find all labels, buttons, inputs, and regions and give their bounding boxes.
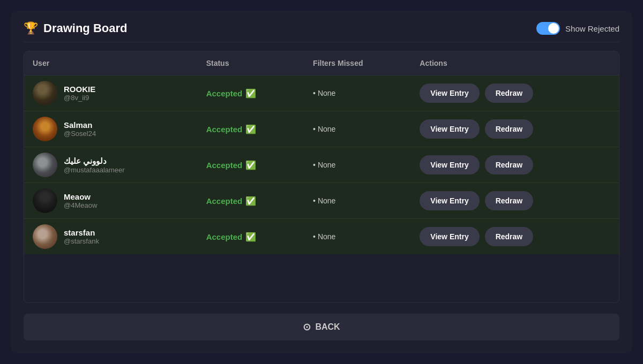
show-rejected-toggle[interactable] xyxy=(536,22,560,35)
view-entry-button-4[interactable]: View Entry xyxy=(420,227,479,246)
page-title: Drawing Board xyxy=(43,21,127,35)
actions-cell-3: View Entry Redraw xyxy=(411,183,619,219)
check-icon-0: ✅ xyxy=(245,88,256,98)
status-badge-2: Accepted ✅ xyxy=(206,160,296,170)
status-cell-4: Accepted ✅ xyxy=(198,219,304,255)
check-icon-2: ✅ xyxy=(245,160,256,170)
back-icon: ⊙ xyxy=(303,321,311,333)
user-cell-3: Meaow @4Meaow xyxy=(24,183,198,219)
filters-value-2: • None xyxy=(313,161,335,169)
check-icon-4: ✅ xyxy=(245,232,256,242)
view-entry-button-2[interactable]: View Entry xyxy=(420,155,479,175)
check-icon-3: ✅ xyxy=(245,196,256,206)
status-cell-3: Accepted ✅ xyxy=(198,183,304,219)
table-row: starsfan @starsfank Accepted ✅ • None Vi… xyxy=(24,219,619,255)
status-badge-1: Accepted ✅ xyxy=(206,124,296,134)
user-info-1: Salman @Sosel24 xyxy=(64,120,96,138)
redraw-button-3[interactable]: Redraw xyxy=(485,191,534,210)
actions-cell-1: View Entry Redraw xyxy=(411,111,619,147)
user-info-0: ROOKIE @8v_ii9 xyxy=(64,85,95,102)
status-cell-0: Accepted ✅ xyxy=(198,75,304,111)
view-entry-button-1[interactable]: View Entry xyxy=(420,119,479,139)
col-actions: Actions xyxy=(411,51,619,75)
actions-cell-0: View Entry Redraw xyxy=(411,75,619,111)
filters-value-4: • None xyxy=(313,232,335,241)
table-row: دلووني عليك @mustafaaalameer Accepted ✅ … xyxy=(24,147,619,183)
filters-value-0: • None xyxy=(313,89,335,97)
username-1: Salman xyxy=(64,120,96,130)
username-0: ROOKIE xyxy=(64,85,95,94)
status-cell-2: Accepted ✅ xyxy=(198,147,304,183)
handle-4: @starsfank xyxy=(64,237,99,245)
table-header-row: User Status Filters Missed Actions xyxy=(24,51,619,75)
table-row: Salman @Sosel24 Accepted ✅ • None View E… xyxy=(24,111,619,147)
status-cell-1: Accepted ✅ xyxy=(198,111,304,147)
user-info-3: Meaow @4Meaow xyxy=(64,192,97,209)
username-2: دلووني عليك xyxy=(64,156,125,166)
col-status: Status xyxy=(198,51,304,75)
app-container: 🏆 Drawing Board Show Rejected User Statu… xyxy=(11,11,632,353)
toggle-knob xyxy=(548,23,559,34)
handle-0: @8v_ii9 xyxy=(64,94,95,102)
filters-cell-0: • None xyxy=(304,75,411,111)
actions-cell-4: View Entry Redraw xyxy=(411,219,619,255)
username-4: starsfan xyxy=(64,228,99,237)
user-info-2: دلووني عليك @mustafaaalameer xyxy=(64,156,125,174)
col-filters-missed: Filters Missed xyxy=(304,51,411,75)
table-row: Meaow @4Meaow Accepted ✅ • None View Ent… xyxy=(24,183,619,219)
status-badge-3: Accepted ✅ xyxy=(206,196,296,206)
redraw-button-2[interactable]: Redraw xyxy=(485,155,534,175)
username-3: Meaow xyxy=(64,192,97,201)
user-cell-2: دلووني عليك @mustafaaalameer xyxy=(24,147,198,183)
user-cell-4: starsfan @starsfank xyxy=(24,219,198,255)
col-user: User xyxy=(24,51,198,75)
handle-2: @mustafaaalameer xyxy=(64,166,125,174)
avatar-1 xyxy=(33,117,57,141)
redraw-button-4[interactable]: Redraw xyxy=(485,227,534,246)
view-entry-button-3[interactable]: View Entry xyxy=(420,191,479,210)
filters-cell-2: • None xyxy=(304,147,411,183)
user-cell-1: Salman @Sosel24 xyxy=(24,111,198,147)
filters-cell-3: • None xyxy=(304,183,411,219)
status-badge-0: Accepted ✅ xyxy=(206,88,296,98)
show-rejected-label: Show Rejected xyxy=(565,24,619,33)
user-info-4: starsfan @starsfank xyxy=(64,228,99,245)
redraw-button-0[interactable]: Redraw xyxy=(485,84,534,103)
check-icon-1: ✅ xyxy=(245,124,256,134)
handle-1: @Sosel24 xyxy=(64,130,96,138)
trophy-icon: 🏆 xyxy=(24,21,38,35)
filters-cell-4: • None xyxy=(304,219,411,255)
footer: ⊙ BACK xyxy=(24,312,619,343)
header: 🏆 Drawing Board Show Rejected xyxy=(24,21,619,42)
filters-cell-1: • None xyxy=(304,111,411,147)
filters-value-3: • None xyxy=(313,196,335,205)
avatar-4 xyxy=(33,224,57,249)
actions-cell-2: View Entry Redraw xyxy=(411,147,619,183)
avatar-2 xyxy=(33,153,57,177)
avatar-0 xyxy=(33,81,57,105)
filters-value-1: • None xyxy=(313,125,335,133)
header-right: Show Rejected xyxy=(536,22,619,35)
user-cell-0: ROOKIE @8v_ii9 xyxy=(24,75,198,111)
avatar-3 xyxy=(33,188,57,213)
status-badge-4: Accepted ✅ xyxy=(206,232,296,242)
view-entry-button-0[interactable]: View Entry xyxy=(420,84,479,103)
table-wrapper: User Status Filters Missed Actions ROOKI… xyxy=(24,51,619,303)
handle-3: @4Meaow xyxy=(64,201,97,209)
redraw-button-1[interactable]: Redraw xyxy=(485,119,534,139)
back-button[interactable]: ⊙ BACK xyxy=(24,314,619,340)
table-row: ROOKIE @8v_ii9 Accepted ✅ • None View En… xyxy=(24,75,619,111)
entries-table: User Status Filters Missed Actions ROOKI… xyxy=(24,51,619,254)
back-label: BACK xyxy=(315,322,340,332)
header-left: 🏆 Drawing Board xyxy=(24,21,127,35)
